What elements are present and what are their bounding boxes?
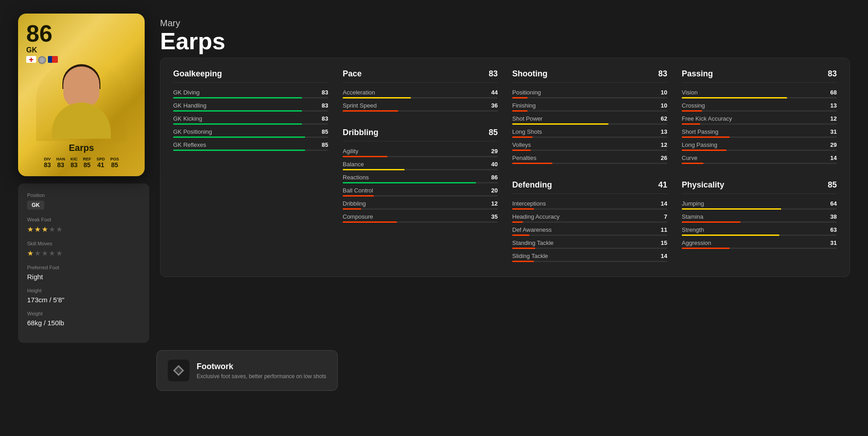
stat-value: 83 <box>322 89 328 96</box>
stat-row: Interceptions14 <box>512 200 667 210</box>
height-label: Height <box>27 288 140 293</box>
stat-bar-fill <box>682 163 703 164</box>
stat-name: Volleys <box>512 141 531 148</box>
preferred-foot-section: Preferred Foot Right <box>27 265 140 281</box>
stat-bar-fill <box>343 110 398 112</box>
category-header-defending: Defending41 <box>512 180 667 194</box>
category-name-physicality: Physicality <box>682 180 724 190</box>
stat-name: Interceptions <box>512 200 546 207</box>
stat-name: Ball Control <box>343 187 373 194</box>
stat-row: Heading Accuracy7 <box>512 213 667 223</box>
stat-bar-fill <box>682 221 741 223</box>
stat-bar-fill <box>682 150 726 151</box>
category-name-pace: Pace <box>343 69 362 79</box>
stat-value: 10 <box>661 89 667 96</box>
stat-name: Strength <box>682 226 704 233</box>
stat-bar <box>512 163 667 164</box>
stat-bar <box>682 150 837 151</box>
category-header-goalkeeping: Goalkeeping <box>173 69 328 83</box>
card-stat-han: HAN83 <box>56 157 65 169</box>
stat-row: Crossing13 <box>682 102 837 112</box>
stat-row: Free Kick Accuracy12 <box>682 115 837 125</box>
bottom-section: Footwork Exclusive foot saves, better pe… <box>156 350 850 391</box>
stat-name: Reactions <box>343 174 369 181</box>
skill-moves-section: Skill Moves ★★★★★ <box>27 241 140 258</box>
stat-row: GK Kicking83 <box>173 115 328 125</box>
stat-bar-fill <box>343 182 476 183</box>
stat-row: Short Passing31 <box>682 128 837 138</box>
category-name-defending: Defending <box>512 180 552 190</box>
stat-row: GK Handling83 <box>173 102 328 112</box>
stat-row: Agility29 <box>343 148 498 157</box>
category-score-dribbling: 85 <box>489 128 498 137</box>
stat-bar-fill <box>512 150 531 151</box>
preferred-foot-value: Right <box>27 273 140 281</box>
weight-value: 68kg / 150lb <box>27 319 140 327</box>
stat-value: 10 <box>661 102 667 109</box>
stat-bar <box>512 97 667 98</box>
stat-name: Penalties <box>512 155 536 161</box>
stat-name: Sprint Speed <box>343 102 377 109</box>
stat-bar-fill <box>682 110 702 112</box>
category-score-physicality: 85 <box>828 180 837 190</box>
stat-name: GK Handling <box>173 102 207 109</box>
card-stat-spd: SPD41 <box>97 157 105 169</box>
stat-value: 11 <box>661 226 667 233</box>
category-header-pace: Pace83 <box>343 69 498 83</box>
stat-value: 26 <box>661 155 667 161</box>
player-body <box>52 103 111 139</box>
category-passing: Passing83Vision68Crossing13Free Kick Acc… <box>682 69 837 168</box>
stat-bar <box>682 234 837 236</box>
stat-row: Curve14 <box>682 155 837 164</box>
stat-row: Ball Control20 <box>343 187 498 197</box>
stat-bar <box>512 208 667 210</box>
category-score-defending: 41 <box>658 180 667 190</box>
stat-name: Crossing <box>682 102 705 109</box>
stat-value: 15 <box>661 239 667 246</box>
category-physicality: Physicality85Jumping64Stamina38Strength6… <box>682 180 837 253</box>
stat-name: Balance <box>343 161 364 168</box>
position-badge: GK <box>27 201 44 210</box>
stat-bar-fill <box>682 136 730 138</box>
player-head <box>63 66 99 107</box>
stat-bar <box>512 234 667 236</box>
stat-bar-fill <box>512 123 609 125</box>
stat-name: Stamina <box>682 213 703 220</box>
card-stat-value: 83 <box>44 161 51 169</box>
stat-bar-fill <box>343 97 411 98</box>
preferred-foot-label: Preferred Foot <box>27 265 140 270</box>
stat-bar <box>343 110 498 112</box>
stat-value: 13 <box>661 128 667 135</box>
card-stat-label: KIC <box>71 157 78 161</box>
stat-bar <box>173 123 328 125</box>
stat-bar-fill <box>173 136 305 138</box>
card-stat-label: POS <box>110 157 119 161</box>
category-header-passing: Passing83 <box>682 69 837 83</box>
stat-bar-fill <box>682 248 730 249</box>
stat-value: 36 <box>491 102 498 109</box>
stat-name: Sliding Tackle <box>512 253 548 259</box>
stat-bar-fill <box>343 221 397 223</box>
stat-value: 12 <box>491 200 498 207</box>
stat-row: Volleys12 <box>512 141 667 151</box>
category-dribbling: Dribbling85Agility29Balance40Reactions86… <box>343 128 498 226</box>
stat-name: Short Passing <box>682 128 718 135</box>
category-header-shooting: Shooting83 <box>512 69 667 83</box>
stat-row: Balance40 <box>343 161 498 170</box>
stat-bar-fill <box>343 208 361 210</box>
fifa-card: 86 GK Earps DIV83HAN83KIC <box>18 14 145 176</box>
stat-row: Dribbling12 <box>343 200 498 210</box>
stat-value: 63 <box>830 226 837 233</box>
skill-moves-stars: ★★★★★ <box>27 249 140 258</box>
stat-value: 31 <box>830 128 837 135</box>
stat-row: Penalties26 <box>512 155 667 164</box>
stat-bar-fill <box>682 234 779 236</box>
stat-row: Vision68 <box>682 89 837 98</box>
stat-name: Curve <box>682 155 698 161</box>
stat-name: Positioning <box>512 89 541 96</box>
height-section: Height 173cm / 5'8" <box>27 288 140 304</box>
stat-bar <box>343 169 498 170</box>
position-section: Position GK <box>27 192 140 210</box>
stat-value: 14 <box>661 253 667 259</box>
stat-bar-fill <box>512 163 552 164</box>
